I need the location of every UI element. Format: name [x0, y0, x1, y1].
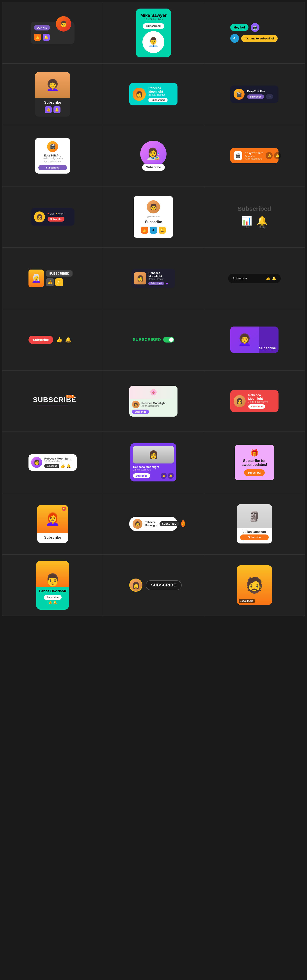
dot-yellow	[56, 213, 57, 214]
sub-white-bell[interactable]: 🔔	[159, 227, 165, 234]
john-bell-icon[interactable]: 🔔	[43, 34, 50, 41]
subscribed-large-card: Subscribed 📊 Like 🔔 Notify	[230, 205, 278, 229]
easyedit-orange-bell[interactable]: 🔔	[274, 152, 281, 159]
sub-purple-person: 👩‍🦱	[230, 326, 259, 353]
easyedit-white-status[interactable]: Subscribed	[38, 165, 67, 170]
john-like-icon[interactable]: 👍	[34, 34, 41, 41]
cell-r6c3: 👩‍🦱 Subscribe	[204, 309, 305, 370]
easyedit-orange-like[interactable]: 👍	[266, 152, 273, 159]
hey-cta[interactable]: It's time to subscribe!	[241, 35, 278, 42]
easyedit-orange-sub: Subscribe	[245, 155, 263, 158]
rebecca-dark-info: Rebecca Moonlight Beauty Blogger Subscri…	[148, 271, 173, 285]
rebecca-red-avatar: 👩	[234, 395, 246, 407]
rebecca-purple-sub-btn[interactable]: Subscribe	[133, 473, 150, 478]
sub-red-bell[interactable]: 🔔	[65, 337, 72, 343]
easyedit-dark-arrow[interactable]: >>	[266, 94, 273, 99]
notify-icon-large[interactable]: 🔔	[257, 216, 267, 226]
julian-card: 🗿 Julian Jameson Subscribe	[237, 504, 272, 544]
easyedit-orange-card: 🎬 EasyEdit.Pro Subscribe 3.2 M subscribe…	[230, 148, 278, 163]
rebecca-cyan-sublabel: Beauty Blogger	[148, 93, 174, 96]
sub-circle-card: 👩 SUBSCRIBE	[129, 579, 178, 592]
mike-subscribers: 1.2M Subscribers	[139, 18, 168, 21]
girl-like-icon[interactable]: 👍	[45, 106, 52, 113]
cell-r4c3: Subscribed 📊 Like 🔔 Notify	[204, 186, 305, 248]
girl-subscribe[interactable]: Subscribe	[35, 100, 70, 105]
sub-white-card: 👩 @username Subscribe 👍 ✈ 🔔	[134, 196, 173, 238]
sub-purple-card: 👩‍🦱 Subscribe	[230, 326, 278, 353]
easyedit-orange-icon: 🎬	[234, 151, 242, 160]
cell-r3c3: 🎬 EasyEdit.Pro Subscribe 3.2 M subscribe…	[204, 125, 305, 186]
rebecca-purple-like[interactable]: 👍	[161, 473, 167, 479]
rebecca-red-sub-btn[interactable]: Subscribe	[248, 404, 265, 409]
notify-sub-btn[interactable]: Subscribe	[48, 217, 64, 221]
rebecca-purple-bottom: Subscribe 👍 🔔	[133, 473, 174, 479]
mike-name: Mike Sawyer	[139, 13, 168, 18]
sub-dark-bell[interactable]: 🔔	[272, 276, 276, 280]
girl-bell-icon[interactable]: 🔔	[54, 106, 60, 113]
lance-sub-btn[interactable]: Subscribe	[44, 595, 62, 600]
easyedit-white-card: 🎬 EasyEdit.Pro Motion design studio 1.2 …	[35, 138, 70, 173]
sub-dark-like[interactable]: 👍	[266, 276, 270, 280]
easyedit-dark-sub-btn[interactable]: Subscribe	[247, 94, 264, 99]
easyedit-orange-info: EasyEdit.Pro Subscribe 3.2 M subscribers	[245, 151, 263, 160]
sub-yellow-btn[interactable]: Subscribe	[37, 536, 68, 539]
rebecca-list-info: Rebecca Moonlight 3.2 M subscribers Subs…	[44, 457, 70, 468]
cell-r6c2: SUBSCRIBED	[103, 309, 204, 370]
subscribed-badge-photo: 👩‍🦳	[29, 270, 44, 287]
circle-sub-btn[interactable]: Subscribe	[142, 164, 165, 171]
rebecca-list-bell[interactable]: 🔔	[67, 464, 71, 468]
sweet-sub-btn[interactable]: Subscribe!	[244, 469, 265, 476]
easyedit-white-sublabel: Motion design studio	[38, 157, 67, 159]
rebecca-purple-bell[interactable]: 🔔	[168, 473, 174, 479]
sub-red-like[interactable]: 👍	[56, 337, 62, 343]
sub-circle-btn[interactable]: SUBSCRIBE	[146, 580, 181, 590]
easyedit-dark-btns: Subscribe >>	[247, 94, 273, 99]
sub-dark-btn[interactable]: Subscribe	[232, 277, 247, 280]
toggle-switch[interactable]	[163, 337, 174, 342]
easyedit-dark-avatar: 🎬	[234, 89, 245, 100]
hey-card: Hey ho! 📷 ✈ It's time to subscribe!	[230, 23, 278, 43]
like-icon-large[interactable]: 📊	[241, 216, 252, 226]
lance-bell[interactable]: 🔔	[53, 601, 57, 604]
rebecca-cyan-sub-btn[interactable]: Subscribed	[148, 98, 168, 102]
sub-white-telegram[interactable]: ✈	[150, 227, 157, 234]
rebecca-list-like[interactable]: 👍	[61, 464, 65, 468]
cell-r2c2: 👩 Rebecca Moonlight Beauty Blogger Subsc…	[103, 64, 204, 125]
rebecca-list-sub-btn[interactable]: Subscribe	[44, 464, 59, 468]
lance-like[interactable]: 👍	[48, 601, 52, 604]
rebecca-purple-thumb: 👩	[133, 446, 174, 463]
notify-badges: Like Notify	[48, 213, 64, 215]
cell-r10c3: 🧔 easyedit.pro	[204, 554, 305, 616]
subscribed-badge-text[interactable]: SUBSCRIBED	[46, 270, 73, 277]
sub-yellow-photo: 👩‍🦰 🔔	[37, 505, 68, 533]
rebecca-cyan-name: Rebecca Moonlight	[148, 86, 174, 93]
john-username[interactable]: JOHN.B	[34, 25, 50, 30]
julian-sub-btn[interactable]: Subscribe	[240, 535, 269, 540]
notify-content: Like Notify Subscribe	[48, 213, 64, 221]
cell-r3c2: 👩‍🎨 Subscribe	[103, 125, 204, 186]
subscribed-badge-bell[interactable]: 🔔	[55, 278, 63, 286]
rebecca-list-name: Rebecca Moonlight	[44, 457, 70, 460]
rebecca-thumb-sub-btn[interactable]: Subscribe	[132, 410, 149, 414]
sub-white-icons: 👍 ✈ 🔔	[138, 227, 169, 234]
rebecca-sub-btn[interactable]: SUBSCRIBE	[159, 521, 179, 526]
subscribed-badge-like[interactable]: 👍	[46, 278, 54, 286]
cell-r2c1: 👩‍🦱 Subscribe 👍 🔔	[2, 64, 103, 125]
rebecca-sub-like[interactable]: 👍	[181, 520, 185, 527]
sub-white-like[interactable]: 👍	[141, 227, 148, 234]
rebecca-dark-status[interactable]: Subscribed	[148, 282, 164, 285]
rebecca-dark-card: 👩 Rebecca Moonlight Beauty Blogger Subsc…	[132, 269, 175, 288]
sub-purple-btn[interactable]: Subscribe	[259, 346, 276, 350]
sub-white-username: @username	[138, 215, 169, 218]
rebecca-sub-row-card: 👩 Rebecca Moonlight SUBSCRIBE 👍	[129, 517, 178, 531]
rebecca-thumb-name: Rebecca Moonlight	[142, 402, 165, 405]
telegram-icon[interactable]: ✈	[230, 34, 239, 43]
sub-white-btn[interactable]: Subscribe	[138, 220, 169, 224]
rebecca-list-btns: Subscribe 👍 🔔	[44, 464, 70, 468]
sub-red-btn[interactable]: Subscribe	[29, 336, 53, 344]
subscribed-badge-icons: 👍 🔔	[46, 278, 73, 286]
toggle-knob	[169, 337, 173, 342]
mike-status[interactable]: Subscribed	[143, 23, 164, 29]
sub-like-main: SUBSCRIBE LIKE	[33, 396, 72, 404]
john-icons: 👍 🔔	[34, 34, 71, 41]
